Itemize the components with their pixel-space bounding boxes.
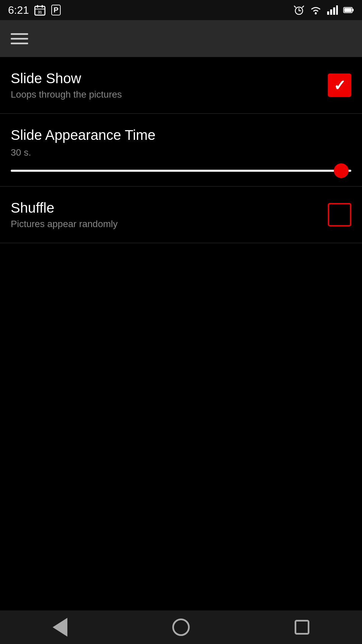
svg-rect-2: [42, 5, 43, 8]
slide-show-title: Slide Show: [11, 70, 328, 87]
slide-appearance-time-row: Slide Appearance Time 30 s.: [0, 114, 362, 186]
app-bar: [0, 20, 362, 57]
shuffle-checkbox[interactable]: [328, 203, 351, 226]
bottom-nav: [0, 610, 362, 644]
slide-show-text: Slide Show Loops through the pictures: [11, 70, 328, 100]
slider-thumb[interactable]: [334, 163, 349, 178]
svg-rect-16: [336, 5, 338, 15]
svg-rect-13: [327, 11, 329, 15]
calendar-icon: 31: [34, 4, 46, 16]
signal-icon: [327, 5, 338, 15]
status-time: 6:21: [8, 4, 29, 16]
alarm-icon: [294, 5, 304, 15]
home-button[interactable]: [172, 619, 190, 636]
wifi-icon: [310, 5, 322, 15]
svg-rect-18: [344, 8, 352, 12]
svg-rect-1: [37, 5, 38, 8]
recents-icon: [295, 620, 309, 635]
slide-show-checkbox-checked[interactable]: [328, 73, 351, 97]
back-icon: [53, 618, 67, 637]
slide-appearance-time-title: Slide Appearance Time: [11, 127, 351, 143]
slider-track: [11, 170, 351, 172]
shuffle-title: Shuffle: [11, 200, 328, 216]
home-icon: [172, 619, 190, 636]
shuffle-row: Shuffle Pictures appear randomly: [0, 186, 362, 243]
slide-show-row: Slide Show Loops through the pictures: [0, 57, 362, 114]
recents-button[interactable]: [295, 620, 309, 635]
svg-rect-14: [330, 9, 332, 15]
slide-show-subtitle: Loops through the pictures: [11, 89, 328, 100]
shuffle-subtitle: Pictures appear randomly: [11, 219, 328, 229]
status-bar-right: [294, 5, 354, 15]
svg-rect-19: [352, 9, 354, 11]
svg-text:P: P: [54, 6, 59, 14]
hamburger-line-1: [11, 33, 28, 35]
svg-point-12: [315, 12, 317, 14]
slide-appearance-time-value: 30 s.: [11, 147, 351, 158]
shuffle-checkbox-unchecked[interactable]: [328, 203, 351, 226]
hamburger-line-3: [11, 43, 28, 44]
shuffle-text: Shuffle Pictures appear randomly: [11, 200, 328, 229]
settings-content: Slide Show Loops through the pictures Sl…: [0, 57, 362, 243]
slide-appearance-time-slider[interactable]: [11, 169, 351, 173]
hamburger-line-2: [11, 38, 28, 40]
back-button[interactable]: [53, 618, 67, 637]
svg-rect-15: [333, 7, 335, 15]
hamburger-menu-icon[interactable]: [11, 33, 28, 44]
status-bar: 6:21 31 P: [0, 0, 362, 20]
svg-line-11: [302, 6, 304, 7]
status-bar-left: 6:21 31 P: [8, 4, 61, 16]
svg-line-10: [294, 6, 296, 7]
svg-text:31: 31: [38, 10, 42, 14]
parking-icon: P: [51, 4, 61, 16]
slide-show-checkbox[interactable]: [328, 73, 351, 97]
battery-icon: [343, 6, 354, 14]
